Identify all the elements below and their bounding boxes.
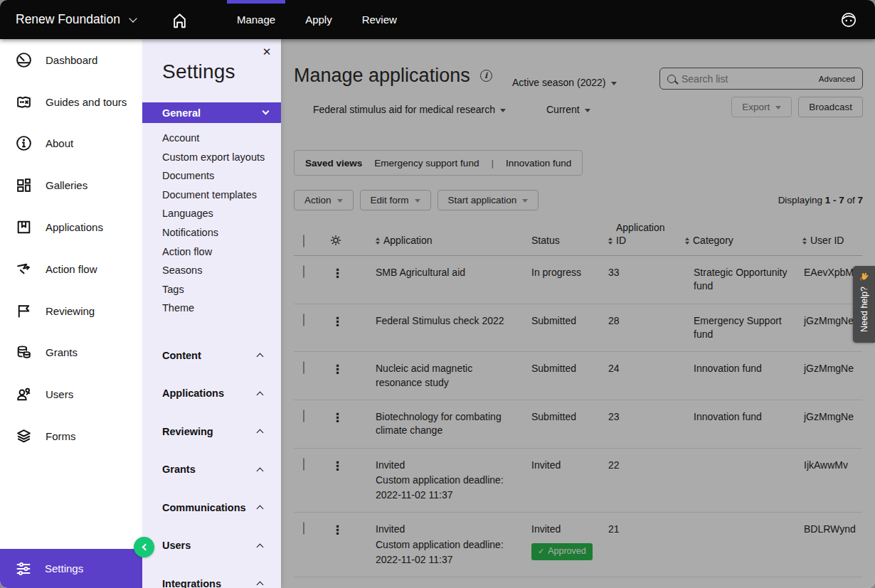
caret-down-icon xyxy=(522,199,528,203)
user-avatar-button[interactable] xyxy=(839,11,858,29)
settings-subitem[interactable]: Notifications xyxy=(142,223,281,242)
advanced-search-link[interactable]: Advanced xyxy=(819,75,855,83)
sidebar-item-applications[interactable]: Applications xyxy=(0,206,142,248)
kebab-menu-icon[interactable]: ⋮ xyxy=(319,316,365,342)
sidebar-item-action-flow[interactable]: Action flow xyxy=(0,248,142,290)
caret-down-icon xyxy=(415,199,420,203)
kebab-menu-icon[interactable]: ⋮ xyxy=(319,267,365,294)
deadline-label: Custom application deadline: xyxy=(376,538,521,552)
chevron-up-icon xyxy=(257,467,264,474)
settings-subitem[interactable]: Theme xyxy=(142,299,281,318)
start-application-button-label: Start application xyxy=(448,195,517,205)
application-id-cell: 23 xyxy=(598,410,682,438)
settings-subitem[interactable]: Custom export layouts xyxy=(142,148,281,167)
chevron-up-icon xyxy=(257,543,264,550)
table-row[interactable]: ⋮ Invited Custom application deadline: 2… xyxy=(294,513,862,577)
people-icon xyxy=(15,385,33,403)
column-settings-button[interactable] xyxy=(319,234,365,247)
deadline-value: 2022-11-02 11:37 xyxy=(376,553,521,567)
kebab-menu-icon[interactable]: ⋮ xyxy=(319,363,365,390)
column-header-status: Status xyxy=(521,235,598,247)
settings-subitem[interactable]: Action flow xyxy=(142,242,281,262)
settings-section[interactable]: Reviewing xyxy=(142,412,281,451)
application-title: Nucleic acid magnetic resonance study xyxy=(376,362,521,390)
row-checkbox[interactable] xyxy=(303,410,304,422)
status-cell: Submitted xyxy=(521,362,598,390)
status-text: Submitted xyxy=(531,410,576,424)
table-row[interactable]: ⋮ SMB Agricultural aid In progress 33 St… xyxy=(294,256,862,304)
tab-review[interactable]: Review xyxy=(354,0,405,39)
settings-section[interactable]: Users xyxy=(142,526,281,565)
column-header-user-id[interactable]: User ID xyxy=(793,235,862,247)
close-icon[interactable]: ✕ xyxy=(260,45,274,59)
sidebar-item-settings[interactable]: Settings xyxy=(0,549,142,588)
approved-badge-label: Approved xyxy=(548,545,586,557)
tab-manage[interactable]: Manage xyxy=(228,0,284,39)
settings-general-items: Account Custom export layouts Documents … xyxy=(142,129,281,318)
saved-view-innovation[interactable]: Innovation fund xyxy=(506,158,571,169)
sidebar-item-grants[interactable]: Grants xyxy=(0,332,142,374)
season-selector[interactable]: Active season (2022) xyxy=(512,77,617,88)
chevron-up-icon xyxy=(257,506,264,513)
broadcast-button[interactable]: Broadcast xyxy=(798,97,863,117)
sidebar-item-reviewing[interactable]: Reviewing xyxy=(0,290,142,332)
edit-form-dropdown-button[interactable]: Edit form xyxy=(360,190,431,210)
column-header-category[interactable]: Category xyxy=(682,235,793,247)
start-application-dropdown-button[interactable]: Start application xyxy=(438,190,539,210)
tab-apply[interactable]: Apply xyxy=(297,0,341,39)
row-checkbox[interactable] xyxy=(303,458,304,471)
row-checkbox[interactable] xyxy=(303,314,304,326)
collapse-drawer-button[interactable] xyxy=(134,537,154,557)
settings-section[interactable]: Grants xyxy=(142,450,281,488)
fund-selector[interactable]: Federal stimulus aid for medical researc… xyxy=(313,104,506,115)
sidebar-item-users[interactable]: Users xyxy=(0,373,142,415)
category-cell: Innovation fund xyxy=(682,362,793,390)
search-input[interactable] xyxy=(682,73,813,85)
sidebar-item-about[interactable]: About xyxy=(0,123,142,165)
settings-section[interactable]: Applications xyxy=(142,374,281,412)
status-text: Submitted xyxy=(531,314,576,328)
column-header-application[interactable]: Application xyxy=(365,235,521,247)
row-checkbox[interactable] xyxy=(303,361,304,374)
kebab-menu-icon[interactable]: ⋮ xyxy=(319,524,365,567)
application-cell: Biotechnology for combating climate chan… xyxy=(365,410,521,438)
sidebar-item-label: Galleries xyxy=(46,179,88,191)
kebab-menu-icon[interactable]: ⋮ xyxy=(319,412,365,438)
settings-subitem[interactable]: Document templates xyxy=(142,186,281,205)
table-row[interactable]: ⋮ Invited Custom application deadline: 2… xyxy=(294,449,862,513)
select-all-checkbox[interactable] xyxy=(303,235,304,247)
sidebar-item-dashboard[interactable]: Dashboard xyxy=(0,39,142,81)
settings-section[interactable]: Content xyxy=(142,336,281,375)
settings-section[interactable]: Communications xyxy=(142,488,281,527)
user-id-cell: EAevXpbM xyxy=(793,266,862,294)
saved-view-emergency[interactable]: Emergency support fund xyxy=(374,158,479,169)
kebab-menu-icon[interactable]: ⋮ xyxy=(319,460,365,503)
settings-subitem[interactable]: Documents xyxy=(142,166,281,186)
settings-subitem[interactable]: Tags xyxy=(142,280,281,299)
settings-section[interactable]: Integrations xyxy=(142,565,281,588)
edit-form-button-label: Edit form xyxy=(371,195,409,205)
need-help-tab[interactable]: Need help? xyxy=(853,266,875,343)
row-checkbox[interactable] xyxy=(303,522,304,535)
settings-section-general[interactable]: General xyxy=(142,102,281,123)
info-icon[interactable]: i xyxy=(480,70,492,82)
row-checkbox[interactable] xyxy=(303,265,304,278)
sidebar-item-guides[interactable]: Guides and tours xyxy=(0,81,142,123)
table-row[interactable]: ⋮ Federal Stimulus check 2022 Submitted … xyxy=(294,304,862,353)
export-button[interactable]: Export xyxy=(731,97,792,117)
table-row[interactable]: ⋮ Nucleic acid magnetic resonance study … xyxy=(294,352,862,400)
sidebar-item-galleries[interactable]: Galleries xyxy=(0,164,142,206)
sidebar-item-forms[interactable]: Forms xyxy=(0,415,142,457)
table-row[interactable]: ⋮ Biotechnology for combating climate ch… xyxy=(294,400,862,449)
settings-subitem[interactable]: Seasons xyxy=(142,261,281,280)
column-header-application-id[interactable]: Application ID xyxy=(598,222,682,247)
settings-subitem[interactable]: Account xyxy=(142,129,281,148)
user-id-cell: jGzMmgNe xyxy=(793,314,862,342)
chevron-up-icon xyxy=(257,429,264,437)
current-selector[interactable]: Current xyxy=(546,104,590,115)
home-button[interactable] xyxy=(170,10,189,29)
caret-down-icon xyxy=(611,82,617,85)
org-switcher[interactable]: Renew Foundation xyxy=(16,12,136,27)
settings-subitem[interactable]: Languages xyxy=(142,204,281,223)
action-dropdown-button[interactable]: Action xyxy=(294,190,354,210)
